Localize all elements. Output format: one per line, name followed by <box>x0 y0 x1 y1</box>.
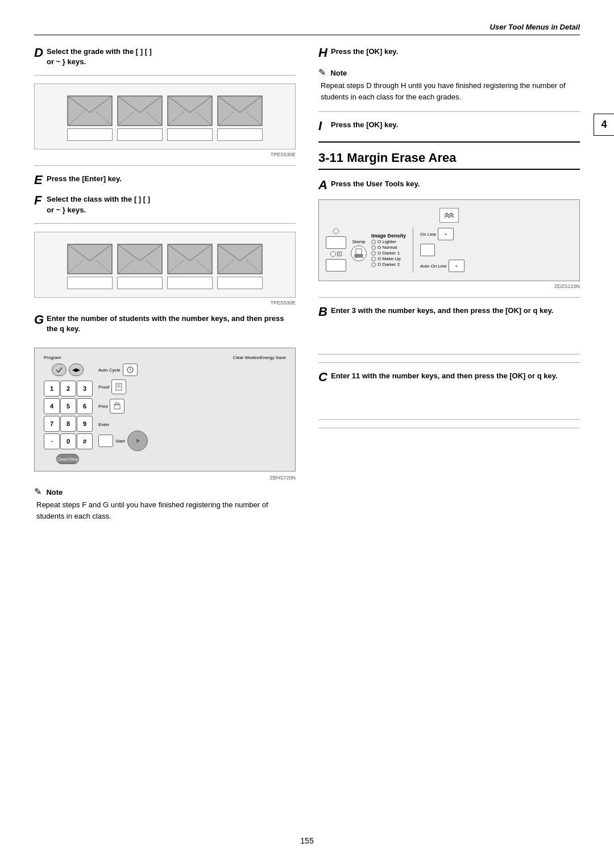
step-c-right-content: Enter 11 with the number keys, and then … <box>331 371 580 381</box>
note-h-label: Note <box>330 69 347 77</box>
step-b-right-letter: B <box>318 306 331 318</box>
keypad-image: Program Clear Modes/Energy Save ◀▶ 1 <box>34 348 296 471</box>
keypad-program-label: Program <box>44 355 61 360</box>
step-e-text: Press the [Enter] key. <box>47 174 296 184</box>
envelope-row-d <box>40 95 289 126</box>
header-title: User Tool Menus in Detail <box>490 23 580 31</box>
image-label-d: TPES530E <box>34 152 296 157</box>
step-i: I Press the [OK] key. <box>318 120 580 132</box>
page-number: 155 <box>300 836 313 845</box>
small-rect-2 <box>117 128 163 141</box>
envelope-1 <box>67 95 113 126</box>
lighter-label: O Lighter <box>377 239 396 244</box>
step-e-letter: E <box>34 174 47 186</box>
enter-label: Enter <box>98 422 109 427</box>
envelope-f-3 <box>167 244 213 274</box>
step-g-text: Enter the number of students with the nu… <box>47 314 296 334</box>
small-rect-3 <box>167 128 213 141</box>
page-header: User Tool Menus in Detail <box>34 23 580 35</box>
key-1[interactable]: 1 <box>44 381 60 397</box>
tab-indicator: 4 <box>594 114 614 136</box>
step-a-right-letter: A <box>318 179 331 191</box>
small-rect-f2 <box>117 277 163 289</box>
step-d-letter: D <box>34 47 47 59</box>
step-d-content: Select the grade with the [ ] [ ] or ~ }… <box>47 47 296 67</box>
blank-area-c <box>318 391 580 420</box>
step-b-right-content: Enter 3 with the number keys, and then p… <box>331 306 580 316</box>
note-h: ✎ Note Repeat steps D through H until yo… <box>318 67 580 102</box>
step-i-content: Press the [OK] key. <box>331 120 580 130</box>
step-h: H Press the [OK] key. <box>318 47 580 59</box>
proof-label: Proof <box>98 385 109 390</box>
key-dot[interactable]: · <box>44 433 60 449</box>
svg-marker-14 <box>136 439 140 443</box>
key-4[interactable]: 4 <box>44 398 60 414</box>
step-a-right-content: Press the User Tools key. <box>331 179 580 189</box>
step-b-right-text: Enter 3 with the number keys, and then p… <box>331 306 580 316</box>
note-fg-label: Note <box>46 488 63 496</box>
auto-cycle-label: Auto Cycle <box>98 368 121 373</box>
key-6[interactable]: 6 <box>77 398 93 414</box>
darker2-label: O Darker 2 <box>377 262 400 267</box>
step-f-letter: F <box>34 194 47 207</box>
step-b-right: B Enter 3 with the number keys, and then… <box>318 306 580 318</box>
print-label: Print <box>98 404 107 409</box>
step-a-right-text: Press the User Tools key. <box>331 179 580 189</box>
key-7[interactable]: 7 <box>44 416 60 432</box>
stamp-label: Stamp <box>352 239 365 244</box>
step-i-letter: I <box>318 120 331 132</box>
makeup-label: O Make-Up <box>377 256 401 261</box>
small-rect-f1 <box>67 277 113 289</box>
step-c-right: C Enter 11 with the number keys, and the… <box>318 371 580 383</box>
page: User Tool Menus in Detail 4 D Select the… <box>0 0 614 868</box>
online-label: On Line <box>420 232 436 237</box>
small-rect-1 <box>67 128 113 141</box>
key-hash[interactable]: # <box>77 433 93 449</box>
note-h-icon: ✎ <box>318 68 326 77</box>
step-f: F Select the class with the [ ] [ ] or ~… <box>34 194 296 215</box>
key-2[interactable]: 2 <box>60 381 76 397</box>
step-c-right-text: Enter 11 with the number keys, and then … <box>331 371 580 381</box>
svg-rect-15 <box>356 249 362 254</box>
envelope-row-f <box>40 244 289 274</box>
image-label-cp: ZDZS110N <box>318 283 580 289</box>
normal-label: O Normal <box>377 245 397 250</box>
display-panel-f <box>34 232 296 298</box>
display-panel-d <box>34 84 296 149</box>
envelope-f-4 <box>217 244 263 274</box>
step-g-letter: G <box>34 314 47 326</box>
small-rect-row-f <box>40 277 289 289</box>
key-8[interactable]: 8 <box>60 416 76 432</box>
key-0[interactable]: 0 <box>60 433 76 449</box>
section-heading: 3-11 Margin Erase Area <box>318 151 580 170</box>
small-rect-f3 <box>167 277 213 289</box>
step-f-content: Select the class with the [ ] [ ] or ~ }… <box>47 194 296 215</box>
key-3[interactable]: 3 <box>77 381 93 397</box>
clear-stop-label: Clear/Stop <box>57 457 78 462</box>
step-e: E Press the [Enter] key. <box>34 174 296 186</box>
blank-area-b <box>318 326 580 354</box>
note-fg-icon: ✎ <box>34 487 42 496</box>
envelope-f-1 <box>67 244 113 274</box>
left-column: D Select the grade with the [ ] [ ] or ~… <box>34 47 296 527</box>
key-9[interactable]: 9 <box>77 416 93 432</box>
start-label: Start <box>115 439 125 444</box>
image-label-f: TPES530E <box>34 300 296 306</box>
step-h-text: Press the [OK] key. <box>331 47 580 57</box>
control-panel-image: ≡ Stamp <box>318 199 580 281</box>
key-5[interactable]: 5 <box>60 398 76 414</box>
right-column: H Press the [OK] key. ✎ Note Repeat step… <box>318 47 580 527</box>
note-fg: ✎ Note Repeat steps F and G until you ha… <box>34 486 296 521</box>
small-rect-4 <box>217 128 263 141</box>
image-label-g: ZBHS720N <box>34 475 296 481</box>
step-a-right: A Press the User Tools key. <box>318 179 580 191</box>
step-d-text: Select the grade with the [ ] [ ] or ~ }… <box>47 47 296 67</box>
step-i-text: Press the [OK] key. <box>331 120 580 130</box>
main-content: D Select the grade with the [ ] [ ] or ~… <box>34 47 580 527</box>
envelope-2 <box>117 95 163 126</box>
step-h-content: Press the [OK] key. <box>331 47 580 57</box>
step-e-content: Press the [Enter] key. <box>47 174 296 184</box>
keypad-clear-label: Clear Modes/Energy Save <box>233 355 286 360</box>
step-g: G Enter the number of students with the … <box>34 314 296 334</box>
envelope-f-2 <box>117 244 163 274</box>
